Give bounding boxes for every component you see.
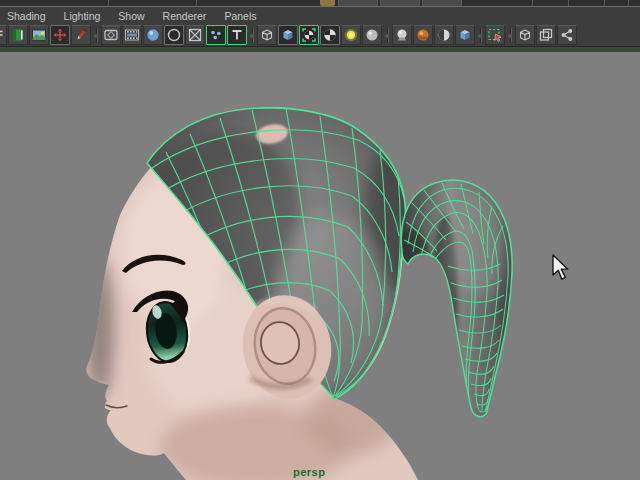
multisampling-button[interactable] (434, 25, 454, 45)
top-shelf-sliver (0, 0, 640, 7)
wireframe-on-shaded-button[interactable] (299, 25, 319, 45)
toolbar-separator (249, 27, 256, 43)
toolbar-separator (477, 27, 484, 43)
menu-panels[interactable]: Panels (224, 10, 256, 22)
film-gate-icon (103, 27, 119, 43)
pan-zoom-tool-icon (52, 27, 68, 43)
default-material-button[interactable] (392, 25, 412, 45)
heads-up-display-button[interactable] (227, 25, 247, 45)
gate-mask-icon (145, 27, 161, 43)
shelf-button-partial (422, 0, 462, 7)
toolbar-separator (93, 27, 100, 43)
x-ray-icon (517, 27, 533, 43)
sequence-time-button[interactable] (455, 25, 475, 45)
x-ray-joints-icon (559, 27, 575, 43)
panel-toolbar (0, 24, 640, 46)
motion-blur-icon (415, 27, 431, 43)
wireframe-mode-button[interactable] (257, 25, 277, 45)
toolbar-separator (384, 27, 391, 43)
field-chart-button[interactable] (164, 25, 184, 45)
textured-mode-icon (322, 27, 338, 43)
shadows-icon (364, 27, 380, 43)
textured-mode-button[interactable] (320, 25, 340, 45)
menu-lighting[interactable]: Lighting (64, 10, 101, 22)
wireframe-on-shaded-icon (301, 27, 317, 43)
shelf-divider (532, 0, 533, 6)
shelf-divider (604, 0, 605, 6)
grease-pencil-icon (73, 27, 89, 43)
safe-action-icon (187, 27, 203, 43)
isolate-select-button[interactable] (485, 25, 505, 45)
bookmarks-icon (10, 27, 26, 43)
x-ray-joints-button[interactable] (557, 25, 577, 45)
heads-up-display-icon (229, 27, 245, 43)
shelf-divider (196, 0, 197, 6)
menu-show[interactable]: Show (118, 10, 144, 22)
toolbar-separator (507, 27, 514, 43)
resolution-gate-icon (124, 27, 140, 43)
panel-menu-bar: ShadingLightingShowRendererPanels (0, 7, 640, 24)
shadows-button[interactable] (362, 25, 382, 45)
shelf-divider (108, 0, 109, 6)
isolate-select-icon (487, 27, 503, 43)
bookmarks-button[interactable] (8, 25, 28, 45)
shaded-mode-icon (280, 27, 296, 43)
camera-name-label: persp (293, 466, 325, 478)
safe-title-button[interactable] (206, 25, 226, 45)
x-ray-active-components-button[interactable] (536, 25, 556, 45)
mouse-cursor (553, 255, 568, 279)
motion-blur-button[interactable] (413, 25, 433, 45)
gate-mask-button[interactable] (143, 25, 163, 45)
x-ray-active-components-icon (538, 27, 554, 43)
shelf-divider (628, 0, 629, 6)
default-material-icon (394, 27, 410, 43)
shelf-button-partial (338, 0, 378, 7)
resolution-gate-button[interactable] (122, 25, 142, 45)
pan-zoom-tool-button[interactable] (50, 25, 70, 45)
shelf-divider (568, 0, 569, 6)
menu-shading[interactable]: Shading (7, 10, 46, 22)
film-gate-button[interactable] (101, 25, 121, 45)
x-ray-button[interactable] (515, 25, 535, 45)
viewport-canvas[interactable] (0, 52, 640, 480)
wireframe-mode-icon (259, 27, 275, 43)
perspective-viewport[interactable]: persp (0, 52, 640, 480)
image-plane-button[interactable] (29, 25, 49, 45)
camera-attributes-button[interactable] (0, 25, 7, 45)
sequence-time-icon (457, 27, 473, 43)
shaded-mode-button[interactable] (278, 25, 298, 45)
menu-renderer[interactable]: Renderer (163, 10, 207, 22)
multisampling-icon (436, 27, 452, 43)
ponytail-mesh[interactable] (392, 180, 519, 417)
use-all-lights-icon (343, 27, 359, 43)
use-all-lights-button[interactable] (341, 25, 361, 45)
camera-attributes-icon (0, 27, 5, 43)
field-chart-icon (166, 27, 182, 43)
shelf-button-partial (320, 0, 335, 6)
image-plane-icon (31, 27, 47, 43)
grease-pencil-button[interactable] (71, 25, 91, 45)
safe-action-button[interactable] (185, 25, 205, 45)
maya-panel: ShadingLightingShowRendererPanels (0, 0, 640, 480)
shelf-button-partial (380, 0, 420, 7)
safe-title-icon (208, 27, 224, 43)
